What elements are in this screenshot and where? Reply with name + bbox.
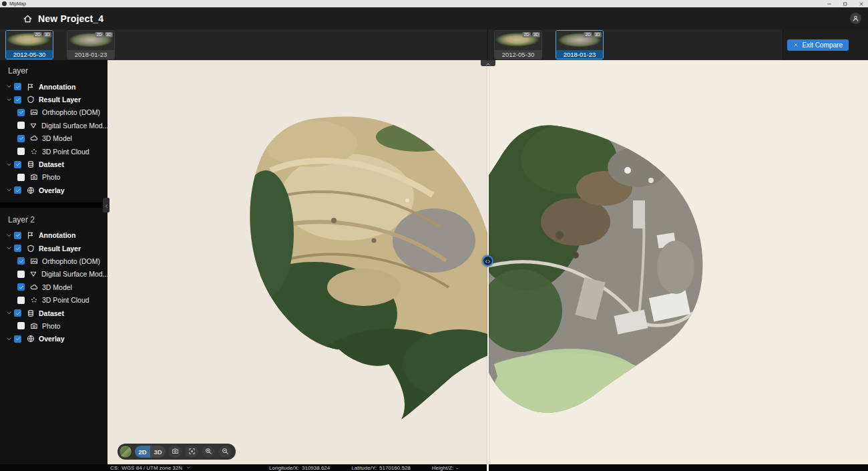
layer-item-overlay[interactable]: Overlay [0,333,107,345]
layer-item-label: 3D Point Cloud [42,296,89,304]
compare-dataset-strip: 2D3D2012-05-302D3D2018-01-23 2D3D2012-05… [0,29,868,60]
chevron-down-icon[interactable] [5,245,13,253]
layer-item-orthophoto-dom[interactable]: Orthophoto (DOM) [0,106,107,119]
cs-label: CS: [110,465,119,471]
panel-divider[interactable] [0,202,107,208]
layer-item-annotation[interactable]: Annotation [0,229,107,242]
view-3d-button[interactable]: 3D [150,446,166,458]
collapse-panel-button[interactable] [103,198,110,212]
unchecked-checkbox[interactable] [17,122,25,129]
unchecked-checkbox[interactable] [17,271,25,278]
checked-checkbox[interactable] [17,135,25,142]
checked-checkbox[interactable] [14,83,21,90]
layer-item-3d-point-cloud[interactable]: 3D Point Cloud [0,293,107,306]
checked-checkbox[interactable] [14,309,21,317]
chevron-down-icon[interactable] [5,160,13,168]
layer-item-dataset[interactable]: Dataset [0,307,107,319]
zoom-in-button[interactable] [202,446,215,458]
chevron-down-icon[interactable] [5,83,13,91]
checked-checkbox[interactable] [17,283,25,291]
checked-checkbox[interactable] [14,245,21,252]
dataset-thumbnail-2018-01-23[interactable]: 2D3D2018-01-23 [67,30,115,59]
dataset-preview-image: 2D3D [556,31,603,50]
app-logo-icon [2,1,7,6]
triangle-down-icon [29,121,37,130]
layer-item-3d-model[interactable]: 3D Model [0,281,107,293]
badge-2d: 2D [584,32,592,37]
layer-item-3d-point-cloud[interactable]: 3D Point Cloud [0,145,107,158]
chevron-down-icon[interactable] [5,186,13,194]
close-button[interactable] [858,1,864,7]
unchecked-checkbox[interactable] [17,297,25,304]
layer-item-annotation[interactable]: Annotation [0,80,107,93]
layer-item-result-layer[interactable]: Result Layer [0,242,107,255]
layer-item-label: Photo [42,322,60,330]
layer-tree-1: AnnotationResult LayerOrthophoto (DOM)Di… [0,78,107,197]
layer-item-overlay[interactable]: Overlay [0,184,107,196]
home-button[interactable] [22,13,33,24]
chevron-down-icon[interactable] [186,466,190,470]
layer-panel-title: Layer [0,60,107,78]
cs-selector[interactable]: WGS 84 / UTM zone 32N [122,465,182,471]
layer-item-orthophoto-dom[interactable]: Orthophoto (DOM) [0,255,107,267]
chevron-down-icon[interactable] [5,335,13,343]
layer-item-label: Digital Surface Mod... [41,122,108,130]
dataset-date-label: 2012-05-30 [6,50,53,59]
layer-item-digital-surface-mod[interactable]: Digital Surface Mod... [0,119,107,132]
layer-item-label: Digital Surface Mod... [41,270,108,278]
zoom-out-icon [222,447,229,457]
layer-item-photo[interactable]: Photo [0,319,107,332]
unchecked-checkbox[interactable] [17,148,25,155]
layer-item-label: Annotation [39,231,75,239]
chevron-down-icon[interactable] [5,231,13,239]
chevron-down-icon[interactable] [5,309,13,317]
checked-checkbox[interactable] [14,96,21,104]
basemap-toggle[interactable] [119,445,132,458]
minimize-button[interactable] [826,1,832,7]
project-title: New Project_4 [38,13,103,24]
badge-2d: 2D [33,32,41,37]
photo-icon [29,173,38,182]
layer-item-label: 3D Point Cloud [42,148,89,156]
dataset-thumbnail-2018-01-23[interactable]: 2D3D2018-01-23 [556,30,604,59]
dataset-icon [26,309,35,317]
right-pane-dataset-list: 2D3D2012-05-302D3D2018-01-23 [494,30,604,59]
checked-checkbox[interactable] [14,335,21,343]
view-2d-button[interactable]: 2D [135,446,150,458]
layer-item-3d-model[interactable]: 3D Model [0,132,107,145]
fit-extent-button[interactable] [185,446,198,458]
badge-3d: 3D [43,32,51,37]
exit-compare-button[interactable]: Exit Compare [787,39,849,51]
checked-checkbox[interactable] [14,161,21,168]
layer-item-digital-surface-mod[interactable]: Digital Surface Mod... [0,268,107,281]
compare-collapse-tab[interactable] [481,60,495,66]
layer-item-label: Overlay [39,335,65,343]
layer-item-photo[interactable]: Photo [0,171,107,184]
checked-checkbox[interactable] [14,232,21,239]
map-viewport[interactable]: 2D 3D [107,60,868,464]
layer-item-label: Result Layer [39,245,81,253]
checked-checkbox[interactable] [14,186,21,194]
status-bar: CS: WGS 84 / UTM zone 32N Longitude/X: 3… [0,464,868,471]
app-header: New Project_4 [0,7,868,29]
triangle-down-icon [29,270,37,279]
layer-item-result-layer[interactable]: Result Layer [0,93,107,106]
zoom-out-button[interactable] [218,446,232,458]
user-avatar[interactable] [850,13,861,24]
maximize-button[interactable] [842,1,848,7]
map-toolbar: 2D 3D [118,444,236,460]
dataset-thumbnail-2012-05-30[interactable]: 2D3D2012-05-30 [5,30,53,59]
shield-icon [26,244,35,253]
checked-checkbox[interactable] [17,109,25,116]
checked-checkbox[interactable] [17,257,25,265]
dataset-thumbnail-2012-05-30[interactable]: 2D3D2012-05-30 [494,30,542,59]
photo-icon [29,321,38,330]
compare-slider-handle[interactable] [482,255,493,267]
unchecked-checkbox[interactable] [17,322,25,329]
chevron-down-icon[interactable] [5,96,13,104]
unchecked-checkbox[interactable] [17,174,25,181]
screenshot-button[interactable] [168,446,182,458]
point-cloud-icon [29,147,38,156]
image-icon [29,257,38,265]
layer-item-dataset[interactable]: Dataset [0,158,107,170]
